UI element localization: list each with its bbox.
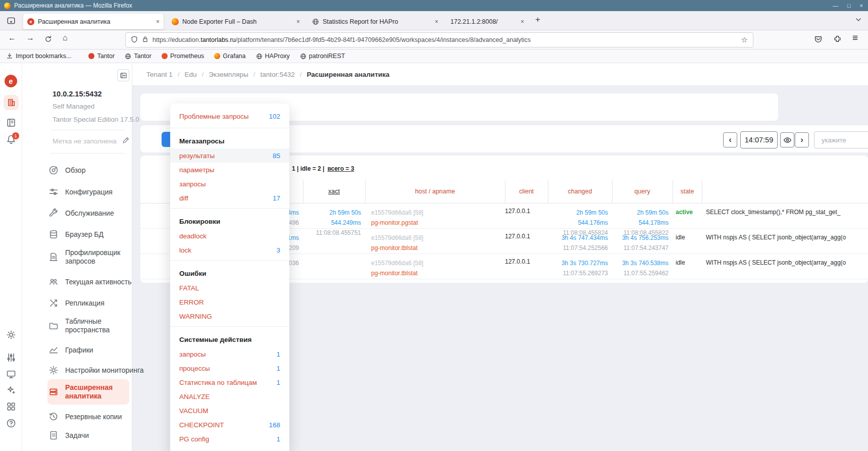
extensions-button[interactable] <box>833 35 842 45</box>
menu-item-results[interactable]: результаты 85 <box>170 148 289 163</box>
rail-item-docs[interactable] <box>6 118 16 128</box>
bookmark-grafana[interactable]: Grafana <box>214 53 245 60</box>
sql-cell: WITH nspjs AS ( SELECT jsonb_object(arra… <box>706 234 866 241</box>
close-button[interactable]: × <box>860 3 863 9</box>
sidebar-item-backups[interactable]: Резервные копии <box>48 408 145 425</box>
sidebar-item-tablespaces[interactable]: Табличные пространства <box>48 315 145 337</box>
tab-patroni[interactable]: 172.21.1.2:8008/ × <box>446 14 528 29</box>
bookmark-prometheus[interactable]: Prometheus <box>162 53 204 60</box>
rail-item-instances[interactable] <box>4 95 19 110</box>
sidebar-item-advanced-analytics[interactable]: Расширенная аналитика <box>48 381 145 403</box>
building-icon <box>6 97 16 108</box>
tab-advanced-analytics[interactable]: e Расширенная аналитика × <box>23 14 164 29</box>
menu-item-deadlock[interactable]: deadlock <box>170 229 289 243</box>
menu-item-parameters[interactable]: параметры <box>170 163 289 177</box>
host-apname-cell: e15579d66da6 [58]pg-monitor.pgstat <box>371 208 502 228</box>
filter-input[interactable] <box>814 131 868 148</box>
tab-close-icon[interactable]: × <box>435 18 438 25</box>
bookmark-star-icon[interactable]: ☆ <box>741 35 748 44</box>
rail-item-help[interactable] <box>6 418 16 428</box>
pocket-button[interactable] <box>814 35 823 45</box>
watch-button[interactable] <box>780 132 794 147</box>
tab-node-exporter[interactable]: Node Exporter Full – Dash × <box>168 14 304 29</box>
url-bar[interactable]: https://education.tantorlabs.ru/platform… <box>125 32 753 47</box>
tab-close-icon[interactable]: × <box>156 18 160 25</box>
counters-total-link[interactable]: всего = 3 <box>327 165 354 172</box>
breadcrumb-instance[interactable]: tantor:5432 <box>260 71 294 78</box>
document-scan-icon <box>48 252 59 262</box>
sidebar-item-label: Расширенная аналитика <box>65 383 145 400</box>
sidebar-item-label: Задачи <box>65 431 145 440</box>
menu-item-vacuum[interactable]: VACUUM <box>170 404 289 418</box>
tab-label: Node Exporter Full – Dash <box>182 18 292 25</box>
back-button[interactable]: ← <box>8 33 16 42</box>
breadcrumb-separator: / <box>202 71 204 78</box>
breadcrumb-instances[interactable]: Экземпляры <box>209 71 248 78</box>
sidebar-collapse-button[interactable] <box>117 69 129 81</box>
time-field[interactable]: 14:07:59 <box>740 131 778 148</box>
firefox-view-button[interactable] <box>5 15 17 27</box>
menu-item-problem-queries[interactable]: Проблемные запросы 102 <box>170 108 289 125</box>
minimize-button[interactable]: — <box>833 3 838 9</box>
sidebar-item-configuration[interactable]: Конфигурация <box>48 183 145 201</box>
breadcrumb-workspace[interactable]: Edu <box>185 71 197 78</box>
rail-item-settings[interactable] <box>6 330 16 340</box>
bookmark-tantor-2[interactable]: Tantor <box>125 53 151 60</box>
column-header-changed[interactable]: changed <box>548 180 612 203</box>
menu-item-fatal[interactable]: FATAL <box>170 281 289 295</box>
menu-item-queries[interactable]: запросы <box>170 177 289 191</box>
prev-interval-button[interactable]: ‹ <box>723 132 737 147</box>
sidebar-item-monitoring-settings[interactable]: Настройки мониторинга <box>48 362 145 379</box>
sidebar-item-replication[interactable]: Репликация <box>48 294 145 312</box>
menu-item-processes[interactable]: процессы 1 <box>170 361 289 375</box>
sidebar-item-tasks[interactable]: Задачи <box>48 427 145 444</box>
list-tabs-chevron[interactable] <box>854 16 862 26</box>
bookmark-patronirest[interactable]: patroniREST <box>300 53 345 60</box>
breadcrumb-tenant[interactable]: Tenant 1 <box>146 71 173 78</box>
rail-item-parameters[interactable] <box>6 353 16 363</box>
column-header-host-apname[interactable]: host / apname <box>365 180 505 203</box>
forward-button[interactable]: → <box>26 33 34 42</box>
menu-item-warning[interactable]: WARNING <box>170 309 289 323</box>
rail-item-apps[interactable] <box>6 402 16 412</box>
edit-label-button[interactable] <box>122 136 130 146</box>
tab-haproxy-stats[interactable]: Statistics Report for HAPro × <box>308 14 442 29</box>
column-header-query[interactable]: query <box>612 180 673 203</box>
tab-close-icon[interactable]: × <box>296 18 300 25</box>
sidebar-item-query-profiler[interactable]: Профилировщик запросов <box>48 246 145 268</box>
menu-item-pg-config[interactable]: PG config 1 <box>170 432 289 446</box>
menu-item-error[interactable]: ERROR <box>170 295 289 309</box>
menu-item-checkpoint[interactable]: CHECKPOINT 168 <box>170 418 289 432</box>
menu-item-label: WARNING <box>179 313 212 320</box>
hidden-blue-button-fragment[interactable] <box>162 132 170 147</box>
tab-close-icon[interactable]: × <box>521 18 524 25</box>
import-bookmarks-item[interactable]: Import bookmarks... <box>6 53 71 60</box>
rail-item-monitor[interactable] <box>6 369 16 379</box>
menu-item-sys-queries[interactable]: запросы 1 <box>170 347 289 361</box>
sidebar-item-charts[interactable]: Графики <box>48 341 145 359</box>
menu-item-label: запросы <box>179 180 206 188</box>
sidebar-item-db-browser[interactable]: Браузер БД <box>48 226 145 243</box>
sidebar-item-current-activity[interactable]: Текущая активность <box>48 273 145 290</box>
sidebar-item-overview[interactable]: Обзор <box>48 162 145 179</box>
column-header-xact[interactable]: xact <box>303 180 365 203</box>
menu-item-analyze[interactable]: ANALYZE <box>170 389 289 404</box>
bookmark-label: Tantor <box>97 53 115 60</box>
column-header-state[interactable]: state <box>673 180 702 203</box>
rail-item-ai[interactable] <box>6 385 16 395</box>
column-header-client[interactable]: client <box>505 180 548 203</box>
home-button[interactable]: ⌂ <box>63 33 68 42</box>
bookmark-tantor-1[interactable]: Tantor <box>88 53 115 60</box>
reload-button[interactable] <box>44 35 52 45</box>
sidebar-item-maintenance[interactable]: Обслуживание <box>48 205 145 222</box>
menu-button[interactable]: ≡ <box>852 32 858 43</box>
maximize-button[interactable]: □ <box>847 3 851 9</box>
menu-item-table-statistics[interactable]: Статистика по таблицам 1 <box>170 375 289 389</box>
next-interval-button[interactable]: › <box>795 132 809 147</box>
bookmark-haproxy[interactable]: HAProxy <box>256 53 290 60</box>
menu-item-diff[interactable]: diff 17 <box>170 191 289 205</box>
menu-item-lock[interactable]: lock 3 <box>170 243 289 257</box>
pocket-icon <box>814 35 823 43</box>
new-tab-button[interactable]: + <box>535 15 540 25</box>
gear-icon <box>48 365 59 375</box>
